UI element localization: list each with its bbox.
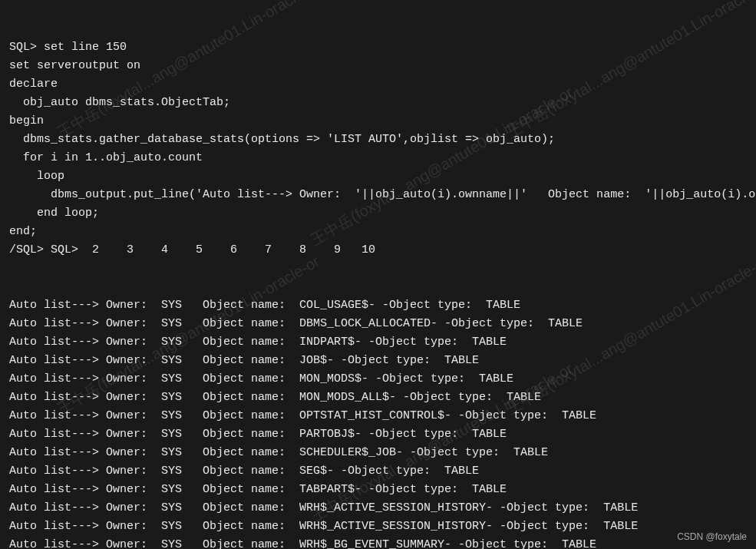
code-line: end; bbox=[9, 223, 747, 241]
code-line: declare bbox=[9, 75, 747, 94]
output-row: Auto list---> Owner: SYS Object name: WR… bbox=[9, 499, 747, 518]
output-row: Auto list---> Owner: SYS Object name: CO… bbox=[9, 296, 747, 315]
output-row: Auto list---> Owner: SYS Object name: MO… bbox=[9, 389, 747, 407]
output-row: Auto list---> Owner: SYS Object name: WR… bbox=[9, 536, 747, 549]
output-row: Auto list---> Owner: SYS Object name: SC… bbox=[9, 444, 747, 462]
output-row: Auto list---> Owner: SYS Object name: IN… bbox=[9, 333, 747, 352]
output-row: Auto list---> Owner: SYS Object name: TA… bbox=[9, 481, 747, 499]
code-line: set serveroutput on bbox=[9, 57, 747, 75]
code-line: begin bbox=[9, 112, 747, 131]
output-row: Auto list---> Owner: SYS Object name: JO… bbox=[9, 352, 747, 370]
output-row: Auto list---> Owner: SYS Object name: PA… bbox=[9, 425, 747, 444]
code-line: dbms_output.put_line('Auto list---> Owne… bbox=[9, 186, 747, 204]
output-row: Auto list---> Owner: SYS Object name: DB… bbox=[9, 315, 747, 333]
output-row: Auto list---> Owner: SYS Object name: OP… bbox=[9, 407, 747, 425]
output-row: Auto list---> Owner: SYS Object name: SE… bbox=[9, 462, 747, 481]
code-line: for i in 1..obj_auto.count bbox=[9, 149, 747, 167]
code-line: loop bbox=[9, 167, 747, 186]
code-line: end loop; bbox=[9, 204, 747, 223]
output-row: Auto list---> Owner: SYS Object name: MO… bbox=[9, 370, 747, 389]
code-line: /SQL> SQL> 2 3 4 5 6 7 8 9 10 bbox=[9, 241, 747, 260]
code-line: obj_auto dbms_stats.ObjectTab; bbox=[9, 94, 747, 112]
sql-code-block: SQL> set line 150set serveroutput ondecl… bbox=[9, 38, 747, 260]
sql-output-block: Auto list---> Owner: SYS Object name: CO… bbox=[9, 296, 747, 549]
terminal-output[interactable]: SQL> set line 150set serveroutput ondecl… bbox=[0, 0, 756, 549]
code-line: dbms_stats.gather_database_stats(options… bbox=[9, 131, 747, 149]
output-row: Auto list---> Owner: SYS Object name: WR… bbox=[9, 518, 747, 536]
attribution-label: CSDN @foxytale bbox=[677, 530, 747, 544]
code-line: SQL> set line 150 bbox=[9, 38, 747, 57]
